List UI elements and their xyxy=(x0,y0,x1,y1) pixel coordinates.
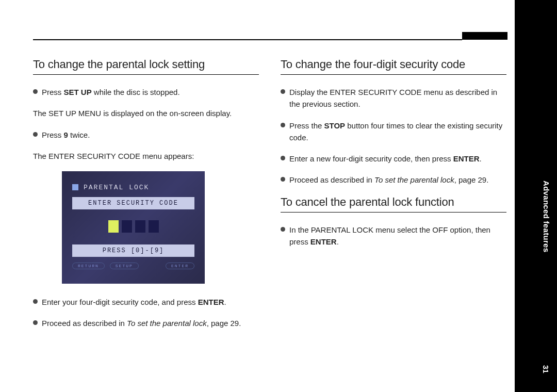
plain-enter-code-menu: The ENTER SECURITY CODE menu appears: xyxy=(33,150,259,162)
osd-press-hint: PRESS [0]-[9] xyxy=(72,244,194,257)
osd-title: PARENTAL LOCK xyxy=(84,184,149,191)
side-bar: Advanced features 31 xyxy=(515,0,557,392)
osd-soft-setup: SETUP xyxy=(110,263,139,269)
osd-screenshot: PARENTAL LOCK ENTER SECURITY CODE PRESS … xyxy=(62,171,205,284)
text: . xyxy=(337,237,339,246)
osd-soft-buttons: RETURN SETUP ENTER xyxy=(72,260,194,271)
text: Proceed as described in xyxy=(42,319,127,328)
section-label: Advanced features xyxy=(542,119,551,273)
bold-stop: STOP xyxy=(324,121,346,130)
text: , page 29. xyxy=(207,319,241,328)
bullet-icon xyxy=(33,320,38,325)
osd-code-digit-4 xyxy=(149,220,159,233)
bold-9: 9 xyxy=(64,130,68,139)
bullet-icon xyxy=(281,177,285,182)
page-number: 31 xyxy=(542,365,550,373)
bullet-icon xyxy=(33,132,38,137)
plain-setup-menu: The SET UP MENU is displayed on the on-s… xyxy=(33,107,259,119)
text: Enter your four-digit security code, and… xyxy=(42,298,198,306)
text: . xyxy=(480,154,482,163)
italic-ref: To set the parental lock xyxy=(374,175,454,184)
heading-change-parental-lock: To change the parental lock setting xyxy=(33,58,259,75)
step-press-stop: Press the STOP button four times to clea… xyxy=(281,120,506,144)
step-proceed-right: Proceed as described in To set the paren… xyxy=(281,174,506,186)
step-text: Press SET UP while the disc is stopped. xyxy=(42,86,259,98)
text: Enter a new four-digit security code, th… xyxy=(289,154,453,163)
text: . xyxy=(224,298,226,306)
bold-enter: ENTER xyxy=(198,298,224,306)
bullet-icon xyxy=(281,89,285,94)
step-press-9: Press 9 twice. xyxy=(33,129,259,141)
step-text: Proceed as described in To set the paren… xyxy=(289,174,506,186)
step-text: Proceed as described in To set the paren… xyxy=(42,317,259,329)
step-text: In the PARENTAL LOCK menu select the OFF… xyxy=(289,224,506,248)
bold-setup: SET UP xyxy=(64,88,92,96)
bold-enter: ENTER xyxy=(453,154,480,163)
step-select-off: In the PARENTAL LOCK menu select the OFF… xyxy=(281,224,506,248)
bullet-icon xyxy=(33,299,38,304)
osd-soft-return: RETURN xyxy=(72,263,105,269)
text: Press the xyxy=(289,121,324,130)
bullet-icon xyxy=(281,227,285,232)
text: Press xyxy=(42,88,64,96)
bullet-icon xyxy=(281,123,285,127)
text: , page 29. xyxy=(454,175,489,184)
step-enter-code: Enter your four-digit security code, and… xyxy=(33,296,259,308)
left-column: To change the parental lock setting Pres… xyxy=(33,58,259,339)
step-text: Press 9 twice. xyxy=(42,129,259,141)
manual-page: Advanced features 31 To change the paren… xyxy=(0,0,557,392)
step-enter-new-code: Enter a new four-digit security code, th… xyxy=(281,153,506,165)
step-display-menu: Display the ENTER SECURITY CODE menu as … xyxy=(281,86,506,110)
osd-code-digit-1 xyxy=(108,220,119,233)
section-tab xyxy=(462,32,507,40)
bold-enter: ENTER xyxy=(310,237,337,246)
step-text: Press the STOP button four times to clea… xyxy=(289,120,506,144)
step-text: Enter your four-digit security code, and… xyxy=(42,296,259,308)
top-rule xyxy=(33,39,462,40)
osd-square-icon xyxy=(72,184,78,190)
text: Proceed as described in xyxy=(289,175,374,184)
osd-soft-enter: ENTER xyxy=(166,263,194,269)
step-press-setup: Press SET UP while the disc is stopped. xyxy=(33,86,259,98)
bullet-icon xyxy=(281,156,285,160)
osd-code-digit-3 xyxy=(135,220,145,233)
bullet-icon xyxy=(33,89,38,94)
osd-enter-security: ENTER SECURITY CODE xyxy=(72,197,194,209)
step-text: Display the ENTER SECURITY CODE menu as … xyxy=(289,86,506,110)
heading-cancel-parental-lock: To cancel the parental lock function xyxy=(281,195,506,213)
osd-title-row: PARENTAL LOCK xyxy=(72,182,194,193)
text: while the disc is stopped. xyxy=(92,88,180,96)
text: Press xyxy=(42,130,64,139)
content: To change the parental lock setting Pres… xyxy=(33,58,507,339)
osd-code-digit-2 xyxy=(122,220,132,233)
osd-code-row xyxy=(72,221,194,232)
heading-change-security-code: To change the four-digit security code xyxy=(281,58,506,75)
step-proceed-left: Proceed as described in To set the paren… xyxy=(33,317,259,329)
step-text: Enter a new four-digit security code, th… xyxy=(289,153,506,165)
right-column: To change the four-digit security code D… xyxy=(281,58,506,339)
text: twice. xyxy=(68,130,90,139)
italic-ref: To set the parental lock xyxy=(127,319,207,328)
